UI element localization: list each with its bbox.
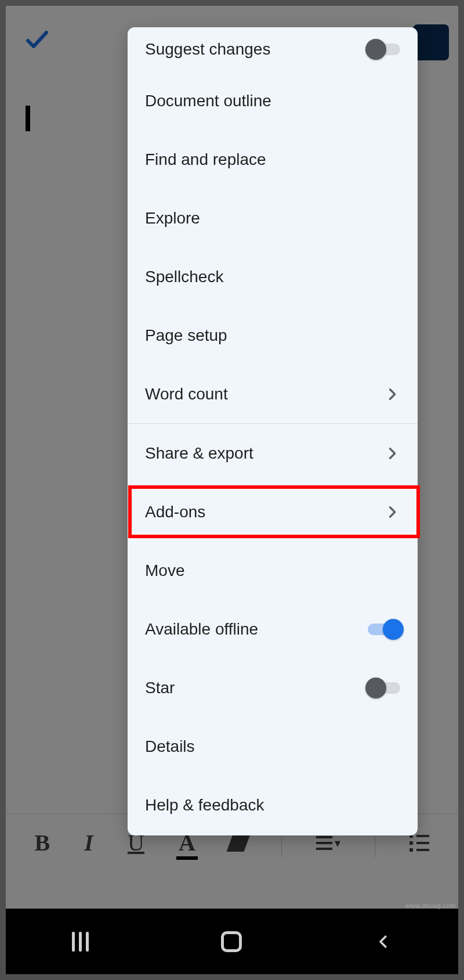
chevron-right-icon <box>384 445 400 462</box>
menu-item-find-replace[interactable]: Find and replace <box>128 130 418 189</box>
chevron-right-icon <box>384 504 400 520</box>
nav-recents-button[interactable] <box>72 932 89 952</box>
menu-item-label: Explore <box>145 209 400 228</box>
menu-item-label: Word count <box>145 385 384 403</box>
menu-item-share-export[interactable]: Share & export <box>128 424 418 482</box>
menu-item-page-setup[interactable]: Page setup <box>128 306 418 365</box>
menu-item-label: Suggest changes <box>145 40 368 59</box>
menu-item-document-outline[interactable]: Document outline <box>128 71 418 130</box>
menu-item-label: Details <box>145 737 400 756</box>
menu-item-available-offline[interactable]: Available offline <box>128 600 418 658</box>
menu-item-star[interactable]: Star <box>128 658 418 717</box>
menu-item-add-ons[interactable]: Add-ons <box>128 482 418 541</box>
menu-item-label: Document outline <box>145 92 400 110</box>
star-toggle[interactable] <box>368 682 400 694</box>
menu-item-details[interactable]: Details <box>128 717 418 776</box>
menu-item-help-feedback[interactable]: Help & feedback <box>128 776 418 834</box>
menu-item-label: Share & export <box>145 444 384 463</box>
overflow-menu: Suggest changes Document outline Find an… <box>128 27 418 835</box>
watermark-text: www.deuag.com <box>405 902 456 909</box>
menu-item-label: Spellcheck <box>145 268 400 286</box>
menu-item-spellcheck[interactable]: Spellcheck <box>128 247 418 306</box>
available-offline-toggle[interactable] <box>368 624 400 635</box>
menu-item-label: Help & feedback <box>145 796 400 815</box>
menu-item-label: Find and replace <box>145 150 400 169</box>
suggest-changes-toggle[interactable] <box>368 44 400 55</box>
menu-item-label: Add-ons <box>145 503 384 521</box>
menu-item-suggest-changes[interactable]: Suggest changes <box>128 27 418 71</box>
chevron-right-icon <box>384 386 400 402</box>
menu-item-word-count[interactable]: Word count <box>128 365 418 423</box>
menu-item-label: Star <box>145 679 368 697</box>
menu-item-explore[interactable]: Explore <box>128 189 418 247</box>
nav-back-button[interactable] <box>375 933 392 950</box>
nav-home-button[interactable] <box>221 931 242 952</box>
menu-item-label: Page setup <box>145 326 400 345</box>
menu-item-label: Move <box>145 561 400 580</box>
menu-item-move[interactable]: Move <box>128 541 418 600</box>
menu-item-label: Available offline <box>145 620 368 639</box>
android-navigation-bar <box>6 909 458 974</box>
